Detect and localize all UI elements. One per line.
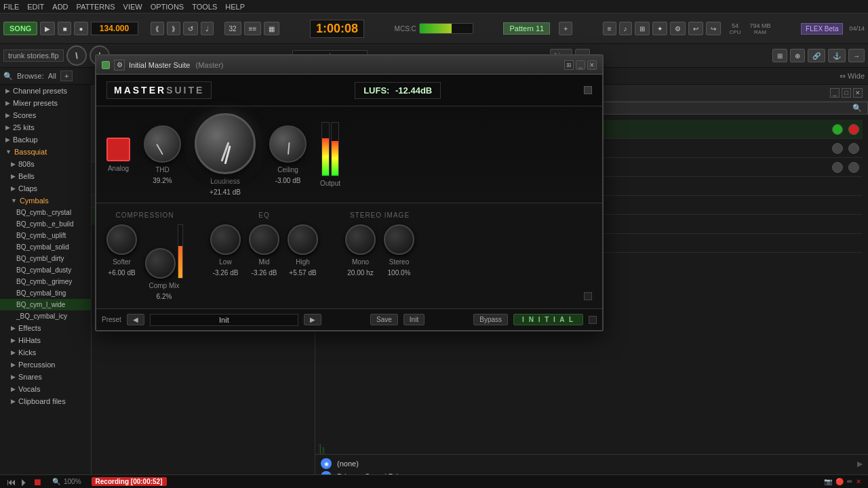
- ms-compmix-knob[interactable]: [145, 248, 176, 279]
- menu-patterns[interactable]: PATTERNS: [77, 3, 115, 11]
- ms-softer-knob[interactable]: [106, 224, 137, 255]
- ms-save-btn[interactable]: Save: [370, 314, 398, 325]
- pattern-selector[interactable]: Pattern 11: [503, 22, 550, 35]
- sidebar-item-clipboard[interactable]: ▶ Clipboard files: [0, 395, 91, 407]
- status-rewind-btn[interactable]: ⏮: [7, 476, 16, 487]
- sidebar-item-25kits[interactable]: ▶ 25 kits: [0, 121, 91, 134]
- ms-eq-high-knob[interactable]: [288, 224, 318, 255]
- sidebar-item-bq-grimey[interactable]: BQ_cymb._grimey: [0, 276, 91, 287]
- ms-corner-btn[interactable]: [584, 86, 592, 94]
- sidebar-item-hihats[interactable]: ▶ HiHats: [0, 334, 91, 346]
- sidebar-item-bq-solid[interactable]: BQ_cymbal_solid: [0, 241, 91, 253]
- stop-button[interactable]: ■: [58, 22, 71, 35]
- plugin-minimize-btn[interactable]: _: [576, 60, 585, 70]
- ms-analog-button[interactable]: [106, 138, 130, 161]
- mixer-restore-btn[interactable]: □: [842, 88, 851, 98]
- ms-loudness-knob[interactable]: [195, 113, 256, 174]
- seq-button[interactable]: ≡≡: [244, 22, 262, 35]
- sidebar-item-bells[interactable]: ▶ Bells: [0, 170, 91, 182]
- mixer-close-btn[interactable]: ✕: [853, 88, 863, 98]
- sidebar-item-cymbals[interactable]: ▼ Cymbals: [0, 195, 91, 207]
- ms-thd-knob[interactable]: [144, 125, 181, 163]
- ms-bypass-btn[interactable]: Bypass: [473, 314, 508, 325]
- ms-ceiling-knob[interactable]: [269, 125, 307, 163]
- snap-btn[interactable]: ⊞: [772, 49, 787, 62]
- browser-button[interactable]: ⊞: [635, 22, 650, 35]
- sidebar-item-scores[interactable]: ▶ Scores: [0, 109, 91, 121]
- menu-add[interactable]: ADD: [52, 3, 68, 11]
- slot-solo-btn-3[interactable]: [848, 162, 859, 173]
- status-stop-btn[interactable]: ⏹: [33, 476, 42, 487]
- settings-button[interactable]: ⚙: [670, 22, 686, 35]
- undo-button[interactable]: ↩: [688, 22, 703, 35]
- status-record-icon[interactable]: 🔴: [835, 478, 844, 485]
- slot-solo-btn-initial[interactable]: [848, 124, 859, 135]
- sidebar-item-vocals[interactable]: ▶ Vocals: [0, 383, 91, 395]
- 32-button[interactable]: 32: [224, 22, 241, 35]
- zoom-btn[interactable]: ⊕: [790, 49, 805, 62]
- sidebar-item-claps[interactable]: ▶ Claps: [0, 182, 91, 195]
- plugin-picker-button[interactable]: ✦: [652, 22, 667, 35]
- sidebar-item-backup[interactable]: ▶ Backup: [0, 134, 91, 146]
- ms-init-btn[interactable]: Init: [403, 314, 425, 325]
- piano-roll-button[interactable]: ♪: [619, 22, 632, 35]
- plugin-preset-icon[interactable]: ⊞: [564, 60, 574, 70]
- sidebar-item-bq-crystal[interactable]: BQ_cymb._crystal: [0, 207, 91, 218]
- sidebar-item-bq-uplift[interactable]: BQ_cymb._uplift: [0, 230, 91, 241]
- sidebar-item-mixer-presets[interactable]: ▶ Mixer presets: [0, 97, 91, 109]
- record-button[interactable]: ●: [74, 22, 87, 35]
- song-button[interactable]: SONG: [3, 22, 37, 35]
- piano-button[interactable]: ▦: [264, 22, 279, 35]
- new-btn[interactable]: +: [60, 70, 73, 81]
- arrow-btn[interactable]: →: [848, 49, 865, 62]
- sidebar-item-effects[interactable]: ▶ Effects: [0, 322, 91, 334]
- sidebar-item-808s[interactable]: ▶ 808s: [0, 158, 91, 170]
- mixer-button[interactable]: ≡: [603, 22, 616, 35]
- menu-help[interactable]: HELP: [225, 3, 245, 11]
- plugin-close-btn[interactable]: ✕: [587, 60, 597, 70]
- rewind-button[interactable]: ⟪: [151, 22, 164, 35]
- bpm-display[interactable]: 134.000: [91, 22, 138, 35]
- sidebar-item-bassquiat[interactable]: ▼ Bassquiat: [0, 146, 91, 158]
- metronome-button[interactable]: ♩: [201, 22, 214, 35]
- ms-preset-name[interactable]: Init: [150, 314, 298, 326]
- menu-view[interactable]: VIEW: [123, 3, 142, 11]
- redo-button[interactable]: ↪: [706, 22, 721, 35]
- play-button[interactable]: ▶: [40, 22, 55, 35]
- menu-options[interactable]: OPTIONS: [151, 3, 184, 11]
- sidebar-item-channel-presets[interactable]: ▶ Channel presets: [0, 85, 91, 97]
- ms-lower-corner-btn[interactable]: [584, 292, 592, 300]
- pitch-knob[interactable]: [66, 45, 87, 66]
- sidebar-item-bq-ting[interactable]: BQ_cymbal_ting: [0, 287, 91, 299]
- ms-settings-btn[interactable]: [589, 316, 597, 324]
- status-play-btn[interactable]: ⏵: [20, 476, 29, 487]
- slot-mute-btn-3[interactable]: [832, 162, 843, 173]
- add-pattern-button[interactable]: +: [559, 22, 572, 35]
- sidebar-item-kicks[interactable]: ▶ Kicks: [0, 346, 91, 359]
- sidebar-item-snares[interactable]: ▶ Snares: [0, 371, 91, 383]
- ms-preset-next-btn[interactable]: ▶: [304, 314, 321, 325]
- mixer-collapse-btn[interactable]: _: [830, 88, 840, 98]
- ms-stereo-knob[interactable]: [384, 224, 414, 255]
- ms-preset-prev-btn[interactable]: ◀: [127, 314, 144, 325]
- ms-eq-mid-knob[interactable]: [249, 224, 279, 255]
- loop-button[interactable]: ↺: [183, 22, 198, 35]
- plugin-power-btn[interactable]: [102, 61, 110, 69]
- sidebar-item-bq-icy[interactable]: _BQ_cymbal_icy: [0, 310, 91, 322]
- slot-mute-btn-2[interactable]: [832, 143, 843, 154]
- ms-initial-btn[interactable]: I N I T I A L: [513, 314, 583, 325]
- menu-file[interactable]: FILE: [3, 3, 19, 11]
- browse-scope[interactable]: All: [48, 72, 56, 80]
- anchor-btn[interactable]: ⚓: [828, 49, 846, 62]
- sidebar-item-bq-dirty[interactable]: BQ_cymbl_dirty: [0, 253, 91, 264]
- slot-mute-btn-initial[interactable]: [832, 124, 843, 135]
- sidebar-item-percussion[interactable]: ▶ Percussion: [0, 359, 91, 371]
- menu-tools[interactable]: TOOLS: [192, 3, 217, 11]
- slot-solo-btn-2[interactable]: [848, 143, 859, 154]
- sidebar-item-bq-dusty[interactable]: BQ_cymbal_dusty: [0, 264, 91, 276]
- menu-edit[interactable]: EDIT: [27, 3, 44, 11]
- ms-eq-low-knob[interactable]: [210, 224, 241, 255]
- link-btn[interactable]: 🔗: [808, 49, 825, 62]
- sidebar-item-bq-ebuild[interactable]: BQ_cymb._e_build: [0, 218, 91, 230]
- status-close-btn[interactable]: ✕: [856, 478, 861, 485]
